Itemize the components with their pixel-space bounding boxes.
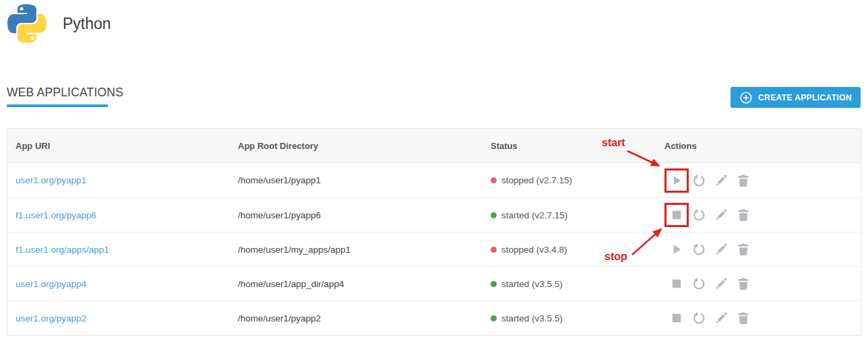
status-dot-started xyxy=(491,281,497,287)
status-cell: started (v2.7.15) xyxy=(483,198,656,232)
app-uri-cell: f1.user1.org/pyapp6 xyxy=(7,198,230,232)
section-title: WEB APPLICATIONS xyxy=(7,86,123,100)
app-root-cell: /home/user1/my_apps/app1 xyxy=(230,232,483,266)
edit-action-button[interactable] xyxy=(714,208,728,222)
plus-circle-icon xyxy=(739,91,753,104)
restart-action-button[interactable] xyxy=(692,243,706,256)
restart-icon xyxy=(692,277,706,290)
start-action-button[interactable] xyxy=(670,174,683,187)
status-label: started (v2.7.15) xyxy=(501,210,567,220)
pencil-icon xyxy=(714,174,728,187)
table-header: App URIApp Root DirectoryStatusActions xyxy=(7,129,861,163)
table-row: user1.org/pyapp2/home/user1/pyapp2starte… xyxy=(7,301,861,335)
annotation-start-label: start xyxy=(602,137,625,149)
app-uri-cell: user1.org/pyapp4 xyxy=(7,267,230,301)
restart-icon xyxy=(692,174,706,187)
app-root-directory: /home/user1/app_dir/app4 xyxy=(238,279,344,289)
actions-cell xyxy=(656,267,861,301)
stop-action-button[interactable] xyxy=(670,311,683,325)
play-icon xyxy=(670,243,683,256)
status-label: stopped (v2.7.15) xyxy=(501,175,572,185)
trash-icon xyxy=(737,174,750,187)
app-uri-link[interactable]: user1.org/pyapp1 xyxy=(16,175,86,185)
status-cell: stopped (v3.4.8) xyxy=(483,232,656,266)
app-root-directory: /home/user1/my_apps/app1 xyxy=(238,245,350,255)
app-uri-cell: user1.org/pyapp2 xyxy=(7,301,230,335)
edit-action-button[interactable] xyxy=(714,277,728,290)
delete-action-button[interactable] xyxy=(737,174,750,187)
delete-action-button[interactable] xyxy=(737,208,750,222)
actions-cell xyxy=(656,163,861,197)
delete-action-button[interactable] xyxy=(737,311,750,325)
app-uri-link[interactable]: user1.org/pyapp4 xyxy=(16,279,86,289)
restart-action-button[interactable] xyxy=(692,311,706,325)
app-uri-link[interactable]: user1.org/pyapp2 xyxy=(16,313,86,323)
column-header-app-root-directory: App Root Directory xyxy=(230,129,483,162)
status-cell: started (v3.5.5) xyxy=(483,301,656,335)
trash-icon xyxy=(737,277,750,290)
app-uri-cell: f1.user1.org/apps/app1 xyxy=(7,232,230,266)
app-uri-link[interactable]: f1.user1.org/apps/app1 xyxy=(16,245,109,255)
edit-action-button[interactable] xyxy=(714,174,728,187)
app-root-directory: /home/user1/pyapp1 xyxy=(238,175,321,185)
status-dot-started xyxy=(491,212,497,218)
page-title: Python xyxy=(63,15,111,33)
stop-icon xyxy=(670,208,683,222)
delete-action-button[interactable] xyxy=(737,243,750,256)
start-action-button[interactable] xyxy=(670,243,683,256)
delete-action-button[interactable] xyxy=(737,277,750,290)
page: Python WEB APPLICATIONS CREATE APPLICATI… xyxy=(0,0,868,343)
restart-action-button[interactable] xyxy=(692,208,706,222)
stop-action-button[interactable] xyxy=(670,208,683,222)
table-row: user1.org/pyapp1/home/user1/pyapp1stoppe… xyxy=(7,163,861,197)
status-label: started (v3.5.5) xyxy=(501,313,563,323)
python-logo-icon xyxy=(7,3,46,44)
status-cell: stopped (v2.7.15) xyxy=(483,163,656,197)
app-root-cell: /home/user1/pyapp6 xyxy=(230,198,483,232)
stop-icon xyxy=(670,277,683,290)
app-root-cell: /home/user1/pyapp2 xyxy=(230,301,483,335)
section-title-underline xyxy=(7,104,108,107)
status-label: started (v3.5.5) xyxy=(501,279,563,289)
section-title-wrap: WEB APPLICATIONS xyxy=(7,86,123,107)
restart-action-button[interactable] xyxy=(692,277,706,290)
app-root-cell: /home/user1/app_dir/app4 xyxy=(230,267,483,301)
restart-icon xyxy=(692,311,706,325)
pencil-icon xyxy=(714,208,728,222)
status-dot-started xyxy=(491,315,497,321)
actions-cell xyxy=(656,232,861,266)
edit-action-button[interactable] xyxy=(714,243,728,256)
column-header-actions: Actions xyxy=(656,129,861,162)
create-application-label: CREATE APPLICATION xyxy=(758,93,852,102)
app-root-directory: /home/user1/pyapp2 xyxy=(238,313,321,323)
applications-table: App URIApp Root DirectoryStatusActions u… xyxy=(7,128,861,336)
restart-icon xyxy=(692,208,706,222)
trash-icon xyxy=(737,243,750,256)
table-row: f1.user1.org/apps/app1/home/user1/my_app… xyxy=(7,232,861,266)
table-row: user1.org/pyapp4/home/user1/app_dir/app4… xyxy=(7,266,861,301)
table-row: f1.user1.org/pyapp6/home/user1/pyapp6sta… xyxy=(7,197,861,232)
restart-action-button[interactable] xyxy=(692,174,706,187)
annotation-stop-label: stop xyxy=(604,251,627,263)
status-cell: started (v3.5.5) xyxy=(483,267,656,301)
actions-cell xyxy=(656,301,861,335)
app-uri-cell: user1.org/pyapp1 xyxy=(7,163,230,197)
play-icon xyxy=(670,174,683,187)
create-application-button[interactable]: CREATE APPLICATION xyxy=(731,87,861,108)
pencil-icon xyxy=(714,243,728,256)
pencil-icon xyxy=(714,311,728,325)
stop-action-button[interactable] xyxy=(670,277,683,290)
actions-cell xyxy=(656,198,861,232)
trash-icon xyxy=(737,311,750,325)
pencil-icon xyxy=(714,277,728,290)
app-uri-link[interactable]: f1.user1.org/pyapp6 xyxy=(16,210,96,220)
status-label: stopped (v3.4.8) xyxy=(501,245,567,255)
status-dot-stopped xyxy=(491,247,497,253)
restart-icon xyxy=(692,243,706,256)
app-root-cell: /home/user1/pyapp1 xyxy=(230,163,483,197)
status-dot-stopped xyxy=(491,177,497,183)
edit-action-button[interactable] xyxy=(714,311,728,325)
app-root-directory: /home/user1/pyapp6 xyxy=(238,210,321,220)
column-header-status: Status xyxy=(483,129,656,162)
table-body: user1.org/pyapp1/home/user1/pyapp1stoppe… xyxy=(7,163,861,335)
